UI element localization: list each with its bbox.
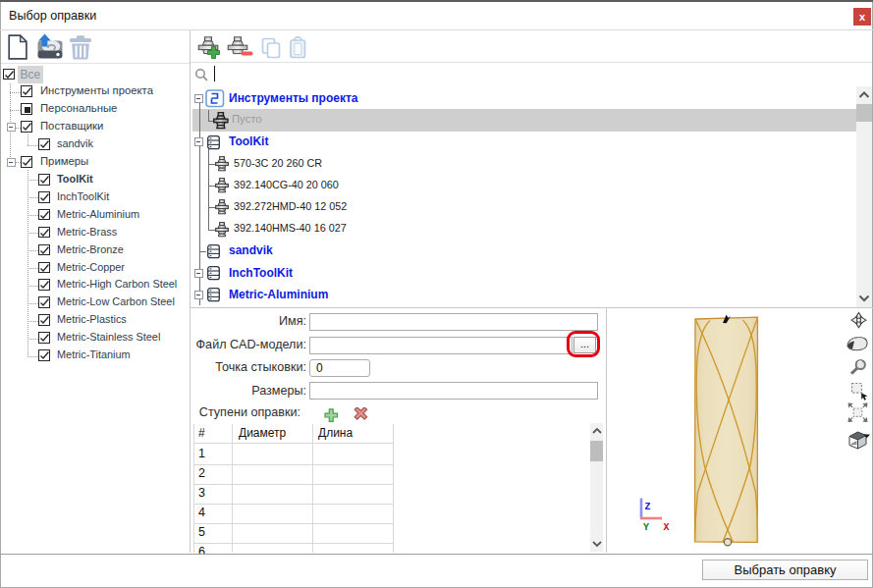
svg-text:X: X <box>664 522 670 533</box>
svg-text:Y: Y <box>643 522 649 533</box>
svg-text:Z: Z <box>645 502 651 512</box>
